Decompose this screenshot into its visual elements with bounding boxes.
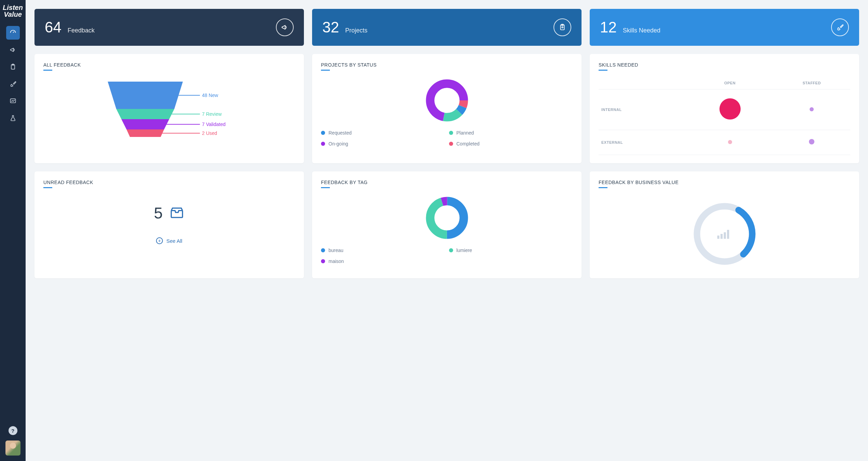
funnel-label-used: 2 Used bbox=[202, 130, 217, 136]
sidebar: ListenValue ? bbox=[0, 0, 26, 461]
skills-row-internal: INTERNAL bbox=[599, 89, 687, 130]
clipboard-icon bbox=[10, 64, 16, 70]
projects-status-legend: Requested Planned On-going Completed bbox=[321, 130, 573, 146]
sidebar-item-skills[interactable] bbox=[6, 77, 20, 91]
stat-projects-value: 32 bbox=[322, 19, 339, 36]
card-underline bbox=[43, 187, 52, 188]
card-underline bbox=[321, 187, 330, 188]
card-title: PROJECTS BY STATUS bbox=[321, 62, 573, 68]
skills-col-open: OPEN bbox=[687, 77, 773, 89]
see-all-label: See All bbox=[166, 238, 182, 244]
svg-rect-26 bbox=[727, 230, 729, 239]
stat-card-feedback[interactable]: 64 Feedback bbox=[34, 9, 304, 46]
unread-count: 5 bbox=[154, 204, 163, 222]
sidebar-item-analytics[interactable] bbox=[6, 94, 20, 108]
card-title: FEEDBACK BY BUSINESS VALUE bbox=[599, 180, 850, 185]
skills-bubble-table[interactable]: OPEN STAFFED INTERNAL EXTERNAL bbox=[599, 77, 850, 155]
funnel-label-new: 48 New bbox=[202, 93, 219, 98]
sidebar-nav bbox=[6, 26, 20, 125]
card-title: FEEDBACK BY TAG bbox=[321, 180, 573, 185]
stat-feedback-label: Feedback bbox=[68, 27, 95, 34]
card-underline bbox=[599, 70, 607, 71]
clipboard-icon bbox=[554, 18, 571, 36]
feedback-tag-legend: bureau lumiere maison bbox=[321, 248, 573, 264]
card-feedback-biz-value: FEEDBACK BY BUSINESS VALUE bbox=[590, 171, 859, 278]
megaphone-icon bbox=[276, 18, 294, 36]
funnel-label-review: 7 Review bbox=[202, 111, 222, 117]
svg-marker-10 bbox=[122, 119, 169, 129]
card-unread-feedback: UNREAD FEEDBACK 5 + See All bbox=[34, 171, 304, 278]
legend-item[interactable]: Requested bbox=[321, 130, 445, 136]
legend-item[interactable]: Planned bbox=[449, 130, 573, 136]
stat-projects-label: Projects bbox=[345, 27, 367, 34]
card-underline bbox=[43, 70, 52, 71]
plus-icon: + bbox=[156, 237, 163, 244]
megaphone-icon bbox=[10, 46, 16, 53]
svg-rect-23 bbox=[717, 236, 719, 239]
projects-status-donut[interactable] bbox=[321, 77, 573, 125]
legend-item[interactable]: Completed bbox=[449, 141, 573, 146]
main-content: 64 Feedback 32 Projects 12 Skills Needed bbox=[26, 0, 868, 461]
sidebar-item-lab[interactable] bbox=[6, 111, 20, 125]
biz-value-gauge[interactable] bbox=[599, 194, 850, 270]
feedback-tag-donut[interactable] bbox=[321, 194, 573, 242]
svg-marker-8 bbox=[116, 109, 174, 119]
card-projects-status: PROJECTS BY STATUS Requested Planned On-… bbox=[312, 54, 582, 163]
brand-logo: ListenValue bbox=[3, 4, 23, 18]
cards-row-2: UNREAD FEEDBACK 5 + See All FEEDBACK BY … bbox=[34, 171, 859, 278]
legend-item[interactable]: lumiere bbox=[449, 248, 573, 253]
svg-rect-24 bbox=[720, 234, 723, 239]
flask-icon bbox=[10, 115, 16, 122]
cards-row-1: ALL FEEDBACK 48 New 7 Review 7 Validated bbox=[34, 54, 859, 163]
legend-item[interactable]: maison bbox=[321, 259, 445, 264]
rocket-icon bbox=[10, 81, 16, 87]
stat-card-skills[interactable]: 12 Skills Needed bbox=[590, 9, 859, 46]
chart-icon bbox=[10, 98, 16, 104]
sidebar-item-dashboard[interactable] bbox=[6, 26, 20, 40]
stat-skills-value: 12 bbox=[600, 19, 617, 36]
see-all-button[interactable]: + See All bbox=[156, 237, 182, 244]
svg-marker-12 bbox=[127, 129, 164, 137]
rocket-icon bbox=[831, 18, 849, 36]
user-avatar[interactable] bbox=[5, 441, 20, 456]
help-button[interactable]: ? bbox=[9, 426, 17, 435]
card-title: ALL FEEDBACK bbox=[43, 62, 295, 68]
sidebar-footer: ? bbox=[5, 426, 20, 456]
stat-card-projects[interactable]: 32 Projects bbox=[312, 9, 582, 46]
stat-cards-row: 64 Feedback 32 Projects 12 Skills Needed bbox=[34, 9, 859, 46]
skills-row-external: EXTERNAL bbox=[599, 130, 687, 155]
card-title: SKILLS NEEDED bbox=[599, 62, 850, 68]
card-title: UNREAD FEEDBACK bbox=[43, 180, 295, 185]
svg-rect-25 bbox=[724, 232, 726, 239]
card-all-feedback: ALL FEEDBACK 48 New 7 Review 7 Validated bbox=[34, 54, 304, 163]
svg-marker-6 bbox=[108, 82, 183, 109]
skills-col-staffed: STAFFED bbox=[773, 77, 850, 89]
stat-skills-label: Skills Needed bbox=[623, 27, 660, 34]
card-underline bbox=[599, 187, 607, 188]
sidebar-item-projects[interactable] bbox=[6, 60, 20, 74]
inbox-icon bbox=[169, 206, 184, 221]
legend-item[interactable]: On-going bbox=[321, 141, 445, 146]
funnel-chart[interactable]: 48 New 7 Review 7 Validated 2 Used bbox=[43, 77, 295, 144]
card-underline bbox=[321, 70, 330, 71]
funnel-label-validated: 7 Validated bbox=[202, 122, 226, 127]
card-skills-needed: SKILLS NEEDED OPEN STAFFED INTERNAL EXTE… bbox=[590, 54, 859, 163]
legend-item[interactable]: bureau bbox=[321, 248, 445, 253]
sidebar-item-feedback[interactable] bbox=[6, 43, 20, 57]
stat-feedback-value: 64 bbox=[45, 19, 61, 36]
card-feedback-by-tag: FEEDBACK BY TAG bureau lumiere maison bbox=[312, 171, 582, 278]
gauge-icon bbox=[10, 29, 16, 36]
svg-point-5 bbox=[562, 27, 563, 28]
